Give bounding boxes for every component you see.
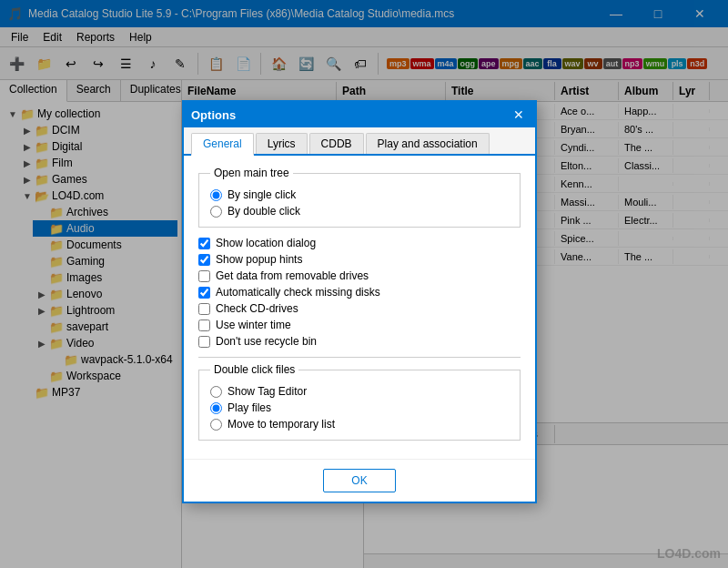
open-tree-legend: Open main tree <box>210 167 293 179</box>
cb-auto-check: Automatically check missing disks <box>198 286 521 299</box>
radio-double-click-input[interactable] <box>210 206 222 218</box>
cb-show-popup-input[interactable] <box>198 254 210 266</box>
modal-tab-cddb[interactable]: CDDB <box>309 133 364 154</box>
cb-removable-drives-label: Get data from removable drives <box>216 269 369 282</box>
radio-move-temp-input[interactable] <box>210 419 222 431</box>
cb-no-recycle: Don't use recycle bin <box>198 335 521 348</box>
radio-move-temp-label: Move to temporary list <box>228 418 335 431</box>
cb-removable-drives: Get data from removable drives <box>198 269 521 282</box>
modal-overlay: Options ✕ General Lyrics CDDB Play and a… <box>0 0 728 568</box>
radio-play-files-input[interactable] <box>210 402 222 414</box>
cb-winter-time-input[interactable] <box>198 320 210 331</box>
modal-tab-general[interactable]: General <box>191 133 254 156</box>
cb-no-recycle-input[interactable] <box>198 336 210 348</box>
double-click-section: Double click files Show Tag Editor Play … <box>198 363 521 441</box>
modal-title-bar: Options ✕ <box>184 102 535 127</box>
checkbox-group: Show location dialog Show popup hints Ge… <box>198 237 521 348</box>
modal-close-button[interactable]: ✕ <box>510 106 528 124</box>
radio-show-tag: Show Tag Editor <box>210 385 509 398</box>
cb-winter-time: Use winter time <box>198 319 521 331</box>
cb-show-location-input[interactable] <box>198 238 210 249</box>
modal-tab-lyrics[interactable]: Lyrics <box>256 133 308 154</box>
radio-single-click: By single click <box>210 188 509 201</box>
radio-single-click-input[interactable] <box>210 189 222 201</box>
cb-show-popup-label: Show popup hints <box>216 253 302 266</box>
modal-content: Open main tree By single click By double… <box>184 156 535 459</box>
modal-tabs: General Lyrics CDDB Play and association <box>184 127 535 156</box>
modal-footer: OK <box>184 459 535 502</box>
cb-no-recycle-label: Don't use recycle bin <box>216 335 317 348</box>
modal-title: Options <box>191 108 510 122</box>
cb-auto-check-input[interactable] <box>198 287 210 299</box>
options-modal: Options ✕ General Lyrics CDDB Play and a… <box>182 100 537 503</box>
cb-show-location-label: Show location dialog <box>216 237 316 249</box>
cb-cd-drives-input[interactable] <box>198 303 210 315</box>
radio-single-click-label: By single click <box>228 188 296 201</box>
radio-move-temp: Move to temporary list <box>210 418 509 431</box>
radio-show-tag-label: Show Tag Editor <box>228 385 307 398</box>
section-divider <box>198 357 521 358</box>
radio-show-tag-input[interactable] <box>210 386 222 398</box>
radio-play-files: Play files <box>210 401 509 414</box>
radio-double-click: By double click <box>210 205 509 218</box>
cb-show-location: Show location dialog <box>198 237 521 249</box>
cb-cd-drives: Check CD-drives <box>198 302 521 315</box>
ok-button[interactable]: OK <box>323 469 396 492</box>
cb-cd-drives-label: Check CD-drives <box>216 302 298 315</box>
double-click-legend: Double click files <box>210 363 298 376</box>
modal-tab-play[interactable]: Play and association <box>366 133 490 154</box>
radio-play-files-label: Play files <box>228 401 271 414</box>
cb-removable-drives-input[interactable] <box>198 270 210 282</box>
cb-show-popup: Show popup hints <box>198 253 521 266</box>
open-tree-section: Open main tree By single click By double… <box>198 167 521 228</box>
radio-double-click-label: By double click <box>228 205 300 218</box>
cb-winter-time-label: Use winter time <box>216 319 291 331</box>
cb-auto-check-label: Automatically check missing disks <box>216 286 380 299</box>
